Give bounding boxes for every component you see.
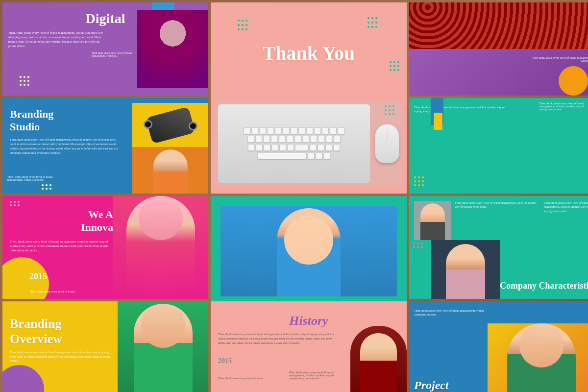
slide-digital: Digital Then, think about every level of… xyxy=(2,2,208,96)
thank-you-title: Thank You xyxy=(263,42,355,65)
slide-company-char: Then, think about every level of brand m… xyxy=(409,196,588,299)
slide-innovative: We AreInnovative Then, think about every… xyxy=(2,196,208,299)
slide-teal-abstract: Then, think about every level of brand m… xyxy=(409,98,588,194)
history-year2-text: Plan, think about every level of brand m… xyxy=(289,371,338,380)
company-dots xyxy=(413,243,423,248)
mouse-visual xyxy=(375,124,399,163)
history-girl-photo xyxy=(350,326,407,392)
teal-text2: Then, think about every level of brand m… xyxy=(539,102,588,111)
history-year1-desc: Then, think about every level of brand. xyxy=(218,377,282,380)
branding-studio-body: Then, think about every level of brand m… xyxy=(10,138,121,155)
overview-purple-circle xyxy=(2,365,44,392)
innovative-year: 2015 xyxy=(29,271,47,282)
digital-small-text: Then think about every level of brand ma… xyxy=(92,51,136,57)
quote-person-photo xyxy=(220,206,397,296)
slide-project: Then, think about every level of brand m… xyxy=(409,301,588,392)
project-title: Project xyxy=(414,379,449,392)
slide-grid: Digital Then, think about every level of… xyxy=(0,0,588,392)
teal-dots xyxy=(414,176,424,186)
slide-berries: Then think about every level of brand ma… xyxy=(409,2,588,96)
digital-body: Then, think about every level of brand m… xyxy=(8,30,105,48)
branding-studio-small-text2: Then, think about every level of brand m… xyxy=(7,175,66,181)
history-year1: 2015 xyxy=(218,357,232,365)
yellow-skate-block xyxy=(132,103,208,147)
company-top-area: Then, think about every level of brand m… xyxy=(414,201,588,243)
branding-overview-body: Then, think about every level of brand m… xyxy=(10,350,115,363)
company-dark-photo xyxy=(431,240,500,299)
innovative-body: Then, think about every level of brand m… xyxy=(10,239,115,252)
teal-yellow-rect xyxy=(434,113,442,130)
berries-text: Then think about every level of brand ma… xyxy=(524,56,588,62)
history-body: Then, think about every level of brand m… xyxy=(218,332,336,345)
keyboard-section xyxy=(216,100,402,186)
company-right-text: Then, think about every level of brand m… xyxy=(544,201,588,243)
digital-photo xyxy=(137,10,208,88)
innovative-dots xyxy=(10,201,20,206)
portrait-box xyxy=(414,201,451,240)
slide-branding-overview: BrandingOverview Then, think about every… xyxy=(2,301,208,392)
project-flower-photo xyxy=(488,323,588,392)
teal-text: Then, think about every level of brand m… xyxy=(414,105,511,114)
digital-dots xyxy=(20,76,29,86)
innovative-year-desc: Then, think about every level of brand. xyxy=(29,290,78,293)
company-text: Then, think about every level of brand m… xyxy=(455,201,540,243)
project-body: Then, think about every level of brand m… xyxy=(414,309,493,317)
teal-dots-right2 xyxy=(390,61,399,71)
teal-dots-topright xyxy=(368,17,377,28)
pink-girl-photo xyxy=(113,196,208,299)
keyboard-visual xyxy=(218,104,370,183)
slide-branding-studio: BrandingStudio Then, think about every l… xyxy=(2,98,208,194)
overview-face-photo xyxy=(118,301,208,392)
slide-history: History Then, think about every level of… xyxy=(211,301,407,392)
company-title: Company Characteristi xyxy=(500,281,588,292)
teal-dots-topleft xyxy=(238,20,247,30)
berries-photo xyxy=(409,2,588,49)
studio-dots xyxy=(42,184,51,190)
person-box-branding xyxy=(132,147,208,194)
slide-thank-you: Thank You xyxy=(211,2,407,194)
